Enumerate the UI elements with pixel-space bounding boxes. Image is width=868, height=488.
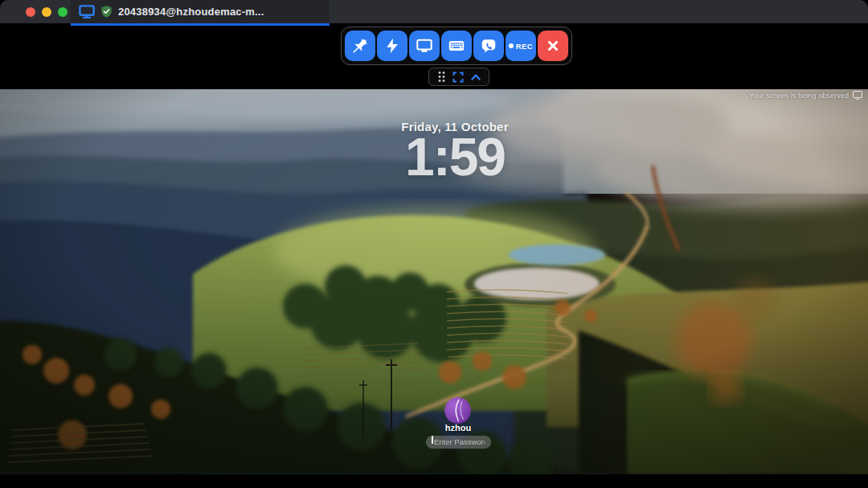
performance-boost-button[interactable] — [377, 31, 407, 61]
session-tab-title: 20438934@hzhoudemac-m... — [118, 6, 264, 18]
text-caret — [432, 436, 433, 444]
titlebar: 20438934@hzhoudemac-m... — [0, 0, 868, 23]
secure-shield-icon — [100, 5, 113, 18]
close-window-button[interactable] — [26, 7, 35, 17]
toolbar-handle — [428, 68, 489, 86]
session-tab[interactable]: 20438934@hzhoudemac-m... — [71, 0, 330, 23]
lightning-icon — [383, 37, 401, 55]
display-icon — [79, 5, 95, 18]
password-field-wrap — [426, 433, 491, 446]
observed-display-icon — [853, 91, 862, 100]
chevron-up-icon[interactable] — [470, 72, 481, 81]
screen-observed-text: Your screen is being observed — [749, 92, 849, 100]
fullscreen-icon[interactable] — [452, 72, 464, 83]
display-settings-button[interactable] — [409, 31, 440, 61]
keyboard-icon — [448, 37, 465, 55]
chat-phone-icon — [480, 37, 497, 55]
pin-button[interactable] — [345, 31, 375, 61]
lock-screen-clock: 1:59 — [405, 126, 505, 187]
remote-screen: Your screen is being observed Friday, 11… — [0, 89, 868, 474]
zoom-window-button[interactable] — [58, 7, 68, 17]
keyboard-button[interactable] — [441, 31, 472, 61]
pin-icon — [351, 37, 369, 55]
record-label: REC — [516, 42, 533, 51]
record-button[interactable]: REC — [506, 31, 536, 61]
minimize-window-button[interactable] — [42, 7, 51, 17]
close-x-icon — [544, 37, 562, 55]
password-input[interactable] — [426, 436, 491, 449]
close-session-button[interactable] — [538, 31, 568, 61]
remote-desktop-window: 20438934@hzhoudemac-m... — [0, 0, 868, 488]
grid-dots-icon[interactable] — [437, 71, 446, 83]
monitor-icon — [416, 37, 433, 55]
record-dot-icon — [509, 43, 514, 48]
lock-screen-username: hzhou — [445, 423, 471, 433]
tab-active-underline — [71, 23, 330, 26]
screen-observed-notice: Your screen is being observed — [749, 91, 862, 100]
user-avatar — [444, 397, 471, 424]
voice-chat-button[interactable] — [473, 31, 504, 61]
traffic-lights — [26, 7, 68, 17]
remote-toolbar: REC — [341, 27, 572, 65]
